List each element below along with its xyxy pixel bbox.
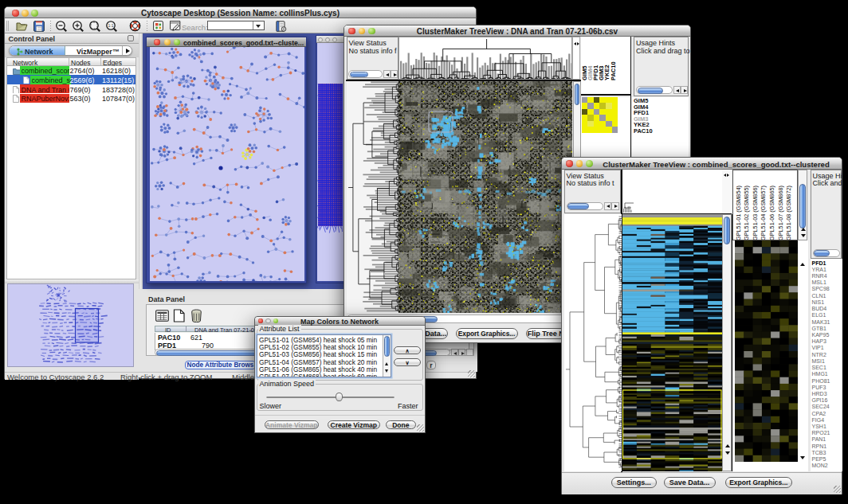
svg-text:GPL51-02 (GSM855): GPL51-02 (GSM855) [743,186,750,240]
svg-text:GPL51-03 (GSM856): GPL51-03 (GSM856) [751,186,758,240]
svg-text:GPL51-07 (GSM868): GPL51-07 (GSM868) [776,186,783,240]
svg-text:1:1: 1:1 [108,23,114,28]
svg-text:PAC10: PAC10 [609,61,616,80]
svg-text:GPL51-08 (GSM872): GPL51-08 (GSM872) [785,186,792,240]
svg-text:GPL51-06 (GSM865): GPL51-06 (GSM865) [768,186,775,240]
svg-text:GPL51-04 (GSM857): GPL51-04 (GSM857) [760,186,767,240]
svg-text:GPL51-01 (GSM854): GPL51-01 (GSM854) [734,186,741,240]
